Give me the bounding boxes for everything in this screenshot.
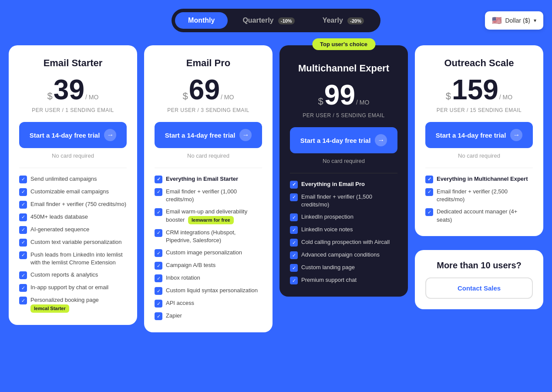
list-item: ✓Zapier [155, 312, 262, 320]
outreach-scale-card: Outreach Scale $ 159 / MO Per user / 15 … [415, 45, 543, 236]
check-icon: ✓ [290, 277, 298, 284]
email-pro-card: Email Pro $ 69 / MO Per user / 3 SENDING… [144, 45, 273, 332]
price-period-scale: / MO [499, 94, 512, 101]
features-list-pro: ✓Everything in Email Starter ✓Email find… [155, 175, 262, 320]
list-item: ✓Personalized booking page lemcal Starte… [19, 296, 127, 313]
currency-selector[interactable]: 🇺🇸 Dollar ($) ▾ [485, 11, 543, 30]
list-item: ✓Cold calling prospection with Aircall [290, 238, 397, 247]
price-period-starter: / MO [85, 94, 98, 101]
features-list-expert: ✓Everything in Email Pro ✓Email finder +… [290, 180, 397, 284]
list-item: ✓Customizable email campaigns [19, 188, 127, 196]
check-icon: ✓ [290, 181, 298, 189]
top-bar: Monthly Quarterly -10% Yearly -20% 🇺🇸 Do… [9, 9, 543, 32]
chevron-down-icon: ▾ [534, 17, 536, 24]
quarterly-discount: -10% [278, 17, 295, 24]
divider-expert [290, 173, 397, 173]
plan-name-scale: Outreach Scale [425, 57, 533, 69]
plan-name-starter: Email Starter [19, 57, 127, 69]
price-dollar-expert: $ [318, 96, 323, 107]
trial-btn-scale[interactable]: Start a 14-day free trial → [425, 122, 533, 148]
yearly-label: Yearly [323, 17, 343, 24]
price-row-pro: $ 69 / MO [155, 76, 262, 104]
list-item: ✓In-app support by chat or email [19, 284, 127, 292]
list-item: ✓Everything in Email Starter [155, 175, 262, 183]
list-item: ✓LinkedIn voice notes [290, 226, 397, 234]
divider-scale [425, 168, 533, 168]
price-row-expert: $ 99 / MO [290, 81, 397, 109]
check-icon: ✓ [19, 251, 27, 259]
price-amount-starter: 39 [54, 76, 84, 104]
price-amount-expert: 99 [324, 81, 355, 109]
arrow-icon-pro: → [239, 129, 252, 141]
list-item: ✓Send unlimited campaigns [19, 175, 127, 183]
list-item: ✓Custom reports & analytics [19, 271, 127, 279]
price-dollar-scale: $ [446, 91, 451, 102]
list-item: ✓Push leads from LinkedIn into lemlist w… [19, 251, 127, 267]
plan-name-pro: Email Pro [155, 57, 262, 69]
list-item: ✓Custom liquid syntax personalization [155, 287, 262, 295]
check-icon: ✓ [19, 297, 27, 304]
check-icon: ✓ [19, 239, 27, 247]
check-icon: ✓ [19, 213, 27, 221]
check-icon: ✓ [425, 176, 433, 183]
no-card-expert: No card required [290, 158, 397, 164]
trial-btn-label-starter: Start a 14-day free trial [30, 132, 100, 139]
yearly-btn[interactable]: Yearly -20% [310, 12, 377, 29]
list-item: ✓Email finder + verifier (750 credits/mo… [19, 200, 127, 209]
check-icon: ✓ [155, 188, 162, 196]
price-amount-scale: 159 [452, 76, 498, 104]
list-item: ✓Custom landing page [290, 264, 397, 272]
trial-btn-pro[interactable]: Start a 14-day free trial → [155, 122, 262, 148]
check-icon: ✓ [155, 287, 162, 295]
email-starter-card: Email Starter $ 39 / MO Per user / 1 SEN… [9, 45, 137, 325]
list-item: ✓Campaign A/B tests [155, 261, 262, 270]
quarterly-btn[interactable]: Quarterly -10% [229, 12, 307, 29]
check-icon: ✓ [155, 176, 162, 183]
trial-btn-label-pro: Start a 14-day free trial [165, 132, 236, 139]
contact-sales-btn[interactable]: Contact Sales [425, 277, 533, 299]
check-icon: ✓ [155, 300, 162, 308]
check-icon: ✓ [19, 188, 27, 196]
price-subtitle-scale: Per user / 15 SENDING EMAIL [425, 107, 533, 113]
trial-btn-label-scale: Start a 14-day free trial [436, 132, 506, 139]
check-icon: ✓ [19, 176, 27, 183]
check-icon: ✓ [155, 274, 162, 282]
price-dollar-starter: $ [47, 91, 53, 102]
lemwarm-tag: lemwarm for free [188, 216, 234, 224]
list-item: ✓Premium support chat [290, 276, 397, 284]
trial-btn-starter[interactable]: Start a 14-day free trial → [19, 122, 127, 148]
list-item: ✓Custom image personalization [155, 249, 262, 257]
trial-btn-expert[interactable]: Start a 14-day free trial → [290, 127, 397, 153]
check-icon: ✓ [290, 251, 298, 259]
check-icon: ✓ [425, 188, 433, 196]
currency-label: Dollar ($) [505, 17, 530, 24]
check-icon: ✓ [290, 193, 298, 201]
price-row-scale: $ 159 / MO [425, 76, 533, 104]
divider-starter [19, 168, 127, 168]
check-icon: ✓ [19, 284, 27, 292]
price-subtitle-starter: Per user / 1 SENDING EMAIL [19, 107, 127, 113]
lemcal-starter-tag: lemcal Starter [30, 304, 69, 313]
check-icon: ✓ [19, 201, 27, 209]
no-card-starter: No card required [19, 152, 127, 159]
more-users-card: More than 10 users? Contact Sales [415, 250, 543, 309]
arrow-icon-expert: → [375, 134, 387, 146]
check-icon: ✓ [425, 208, 433, 216]
check-icon: ✓ [290, 264, 298, 272]
price-subtitle-expert: Per user / 5 SENDING EMAIL [290, 112, 397, 118]
cards-container: Email Starter $ 39 / MO Per user / 1 SEN… [9, 45, 543, 332]
arrow-icon-scale: → [510, 129, 522, 141]
check-icon: ✓ [290, 239, 298, 247]
list-item: ✓Email finder + verifier (2,500 credits/… [425, 188, 533, 203]
check-icon: ✓ [155, 249, 162, 257]
list-item: ✓API access [155, 299, 262, 308]
list-item: ✓Everything in Email Pro [290, 180, 397, 189]
no-card-scale: No card required [425, 152, 533, 159]
list-item: ✓Custom text variable personalization [19, 238, 127, 247]
no-card-pro: No card required [155, 152, 262, 159]
monthly-btn[interactable]: Monthly [175, 12, 228, 29]
yearly-discount: -20% [347, 17, 364, 24]
price-dollar-pro: $ [183, 91, 188, 102]
plan-name-expert: Multichannel Expert [290, 63, 397, 74]
check-icon: ✓ [155, 262, 162, 270]
